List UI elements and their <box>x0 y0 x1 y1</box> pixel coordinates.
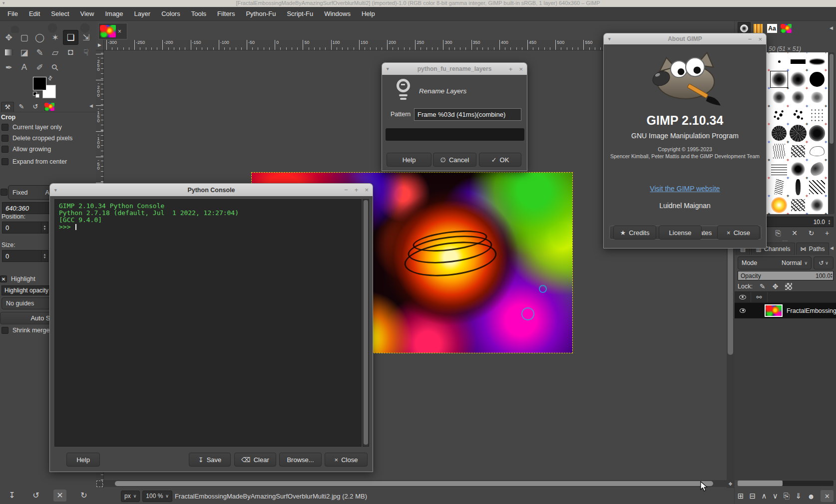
window-menu-icon[interactable]: ▾ <box>387 66 389 71</box>
brush-speckle-b[interactable] <box>789 106 808 124</box>
lock-pixels-button[interactable]: ✎ <box>760 282 766 290</box>
refresh-brushes-button[interactable]: ↻ <box>809 229 815 238</box>
layer-name[interactable]: FractalEmbossing <box>787 307 836 314</box>
menu-python-fu[interactable]: Python-Fu <box>240 8 281 19</box>
tab-undo-history[interactable]: ↺ <box>29 102 42 112</box>
move-tool[interactable]: ✥ <box>1 30 16 45</box>
brush-blob[interactable] <box>789 160 808 178</box>
highlight-checkbox[interactable]: ✕ <box>0 275 7 282</box>
visibility-column[interactable] <box>735 292 751 302</box>
menu-script-fu[interactable]: Script-Fu <box>281 8 319 19</box>
ok-button[interactable]: ✓OK <box>479 153 521 167</box>
menu-colors[interactable]: Colors <box>156 8 186 19</box>
link-column[interactable]: ⚯ <box>751 292 768 302</box>
menu-tools[interactable]: Tools <box>186 8 212 19</box>
new-layer-button[interactable]: ⊞ <box>738 492 744 501</box>
license-button[interactable]: License <box>659 226 702 240</box>
lock-alpha-button[interactable] <box>785 283 792 290</box>
eraser-tool[interactable]: ▱ <box>47 45 63 60</box>
brush-vine[interactable] <box>770 142 789 160</box>
tab-tool-options[interactable]: ⚒ <box>1 102 14 112</box>
foreground-color-swatch[interactable] <box>33 77 46 90</box>
browse-button[interactable]: Browse... <box>279 453 322 467</box>
default-colors-icon[interactable] <box>33 92 40 98</box>
add-mask-button[interactable]: ☻ <box>807 492 815 501</box>
navigation-button[interactable]: ✥ <box>727 481 734 487</box>
restore-preset-button[interactable]: ↺ <box>29 490 42 502</box>
tab-document-history[interactable] <box>780 22 793 35</box>
menu-edit[interactable]: Edit <box>23 8 45 19</box>
checkbox[interactable] <box>1 124 8 131</box>
checkbox[interactable] <box>1 327 8 334</box>
tab-device-status[interactable]: ✎ <box>15 102 28 112</box>
pattern-input[interactable]: Frame %03d (41ms)(combine) <box>414 108 521 121</box>
brush-hard[interactable] <box>808 70 827 88</box>
bucket-fill-tool[interactable]: ◪ <box>16 45 32 60</box>
merge-layer-button[interactable]: ⇓ <box>795 492 802 501</box>
brush-hlines[interactable] <box>770 160 789 178</box>
close-button[interactable]: ×Close <box>717 226 760 240</box>
lock-position-button[interactable]: ✥ <box>773 282 779 290</box>
credits-button[interactable]: ★Credits <box>613 226 656 240</box>
tab-images[interactable] <box>43 102 56 112</box>
save-preset-button[interactable]: ↧ <box>5 490 18 502</box>
spinner-arrows[interactable]: ▲▼ <box>826 218 833 226</box>
brush-chalk-b[interactable] <box>808 196 827 214</box>
menu-windows[interactable]: Windows <box>319 8 356 19</box>
guides-dropdown[interactable]: No guides <box>1 297 53 309</box>
horizontal-scrollbar[interactable] <box>104 480 727 487</box>
ruler-origin-button[interactable]: ▶ <box>96 40 104 50</box>
window-menu-icon[interactable]: ▾ <box>54 188 57 193</box>
spinner-arrows[interactable]: ▲▼ <box>830 272 833 278</box>
console-titlebar[interactable]: ▾ Python Console − + × <box>50 184 373 196</box>
tab-paths[interactable]: ⋈Paths <box>796 243 830 255</box>
duplicate-brush-button[interactable]: ⎘ <box>775 229 781 238</box>
help-button[interactable]: Help <box>387 153 431 167</box>
brush-smear[interactable] <box>789 178 808 196</box>
size-input[interactable]: 0 ▲▼ <box>2 250 48 262</box>
window-menu-icon[interactable]: ▾ <box>608 36 611 41</box>
website-link[interactable]: Visit the GIMP website <box>604 185 766 193</box>
option-shrink-merged[interactable]: Shrink merged <box>1 327 53 334</box>
smudge-tool[interactable]: ☟ <box>78 45 94 60</box>
menu-file[interactable]: File <box>2 8 23 19</box>
brush-chalk-a[interactable] <box>770 88 789 106</box>
image-tab[interactable]: × <box>98 23 127 39</box>
highlight-opacity-slider[interactable]: Highlight opacity <box>1 285 55 295</box>
tab-fonts[interactable]: Aa <box>766 22 779 35</box>
gradient-tool[interactable] <box>1 45 16 60</box>
brush-texture-a[interactable] <box>770 124 789 142</box>
menu-layer[interactable]: Layer <box>129 8 156 19</box>
raise-layer-button[interactable]: ∧ <box>761 492 767 501</box>
close-icon[interactable]: × <box>758 35 762 43</box>
brush-script[interactable] <box>770 178 789 196</box>
color-picker-tool[interactable]: ✐ <box>32 60 47 75</box>
brush-chalk-c[interactable] <box>808 88 827 106</box>
brush-animal[interactable] <box>808 142 827 160</box>
cancel-button[interactable]: ∅Cancel <box>433 153 476 167</box>
brush-texture-b[interactable] <box>789 124 808 142</box>
save-button[interactable]: ↧Save <box>189 453 231 467</box>
console-scrollbar[interactable] <box>363 199 369 447</box>
help-button[interactable]: Help <box>66 453 100 467</box>
option-current-layer-only[interactable]: Current layer only <box>1 124 62 131</box>
minimize-icon[interactable]: − <box>748 35 752 43</box>
layer-mode-dropdown[interactable]: Mode Normal ∨ <box>738 256 812 269</box>
brush-chalk-b[interactable] <box>789 88 808 106</box>
brush-soft[interactable] <box>789 70 808 88</box>
brush-dot[interactable] <box>770 52 789 70</box>
menu-help[interactable]: Help <box>356 8 381 19</box>
opacity-slider[interactable]: Opacity 100.0 ▲▼ <box>738 271 834 280</box>
zoom-d ropdown[interactable]: 100 %∨ <box>142 491 172 502</box>
delete-brush-button[interactable]: ✕ <box>792 229 798 238</box>
brush-speckle-a[interactable] <box>770 106 789 124</box>
brush-confetti[interactable] <box>789 196 808 214</box>
close-icon[interactable]: × <box>519 65 523 73</box>
brush-glow[interactable] <box>770 196 789 214</box>
lower-layer-button[interactable]: ∨ <box>773 492 778 501</box>
console-output[interactable]: GIMP 2.10.34 Python ConsolePython 2.7.18… <box>54 199 362 447</box>
layer-row[interactable]: FractalEmbossing <box>735 303 836 318</box>
scrollbar-thumb[interactable] <box>364 200 368 445</box>
unit-dropdown[interactable]: px∨ <box>121 491 140 502</box>
maximize-icon[interactable]: + <box>355 186 359 194</box>
